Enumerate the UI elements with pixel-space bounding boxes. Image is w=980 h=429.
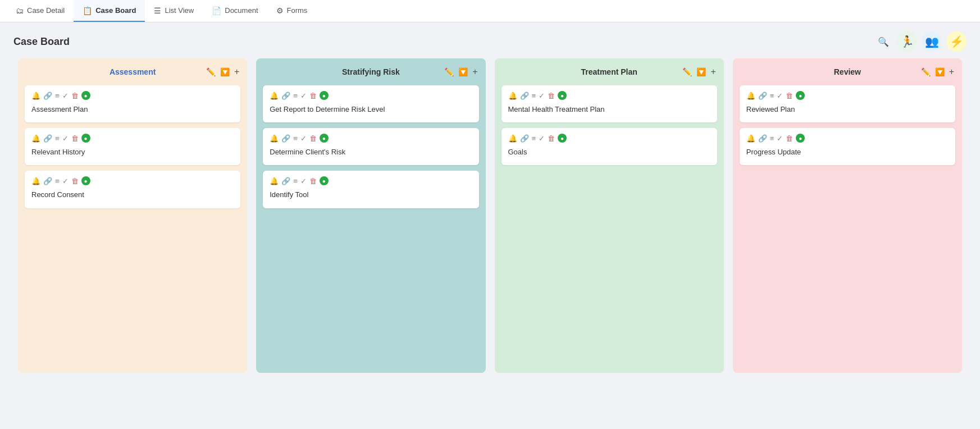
check-icon[interactable]: ✓ [777,134,783,143]
tab-case-detail[interactable]: 🗂 Case Detail [7,0,74,22]
search-icon: 🔍 [878,36,889,47]
card-icons: 🔔 🔗 ≡ ✓ 🗑 ● [746,91,949,100]
status-icon-green[interactable]: ● [81,91,90,100]
list-icon[interactable]: ≡ [293,177,298,185]
bell-icon[interactable]: 🔔 [508,92,517,100]
list-icon[interactable]: ≡ [532,92,536,100]
list-icon[interactable]: ≡ [532,134,536,143]
trash-icon[interactable]: 🗑 [786,92,793,100]
trash-icon[interactable]: 🗑 [548,92,555,100]
avatar-lightning[interactable]: ⚡ [946,31,967,52]
avatar-group[interactable]: 👥 [922,31,942,52]
list-icon[interactable]: ≡ [55,92,60,100]
link-icon[interactable]: 🔗 [43,177,52,185]
list-icon[interactable]: ≡ [770,92,774,100]
check-icon[interactable]: ✓ [539,92,545,100]
link-icon[interactable]: 🔗 [43,134,52,143]
col-header-review: Review ✏️ 🔽 + [740,67,955,76]
case-board-icon: 📋 [83,6,92,15]
card-title: Record Consent [31,190,234,200]
board-container: Assessment ✏️ 🔽 + 🔔 🔗 ≡ ✓ 🗑 ● Assessment… [0,58,980,386]
check-icon[interactable]: ✓ [62,177,69,185]
card-icons: 🔔 🔗 ≡ ✓ 🗑 ● [31,91,234,100]
status-icon-green[interactable]: ● [320,176,329,185]
avatar-runner[interactable]: 🏃 [897,31,917,52]
link-icon[interactable]: 🔗 [43,92,52,100]
card-title: Get Report to Determine Risk Level [270,104,472,115]
link-icon[interactable]: 🔗 [758,92,767,100]
tab-forms-label: Forms [287,6,308,15]
column-assessment: Assessment ✏️ 🔽 + 🔔 🔗 ≡ ✓ 🗑 ● Assessment… [18,58,247,373]
search-button[interactable]: 🔍 [874,33,892,51]
column-review: Review ✏️ 🔽 + 🔔 🔗 ≡ ✓ 🗑 ● Reviewed Plan … [733,58,962,373]
check-icon[interactable]: ✓ [777,92,783,100]
trash-icon[interactable]: 🗑 [309,177,317,185]
filter-icon-assessment[interactable]: 🔽 [219,66,231,77]
bell-icon[interactable]: 🔔 [270,92,279,100]
check-icon[interactable]: ✓ [300,92,307,100]
check-icon[interactable]: ✓ [62,134,69,143]
bell-icon[interactable]: 🔔 [746,134,755,143]
link-icon[interactable]: 🔗 [281,177,290,185]
trash-icon[interactable]: 🗑 [548,134,555,143]
link-icon[interactable]: 🔗 [281,92,290,100]
edit-icon-assessment[interactable]: ✏️ [205,66,217,77]
status-icon-green[interactable]: ● [796,91,805,100]
add-icon-assessment[interactable]: + [233,66,240,78]
tab-case-board[interactable]: 📋 Case Board [74,0,145,22]
list-icon[interactable]: ≡ [770,134,774,143]
check-icon[interactable]: ✓ [62,92,69,100]
check-icon[interactable]: ✓ [300,134,307,143]
case-detail-icon: 🗂 [16,6,24,15]
trash-icon[interactable]: 🗑 [71,92,79,100]
bell-icon[interactable]: 🔔 [270,134,279,143]
status-icon-green[interactable]: ● [558,134,567,143]
bell-icon[interactable]: 🔔 [31,177,40,185]
link-icon[interactable]: 🔗 [281,134,290,143]
col-header-stratifying: Stratifying Risk ✏️ 🔽 + [263,67,478,76]
tab-list-view[interactable]: ☰ List View [145,0,203,22]
list-icon[interactable]: ≡ [55,134,60,143]
card-title: Progress Update [746,147,949,157]
list-icon[interactable]: ≡ [293,134,298,143]
list-icon[interactable]: ≡ [293,92,298,100]
bell-icon[interactable]: 🔔 [508,134,517,143]
tab-document[interactable]: 📄 Document [203,0,267,22]
filter-icon-stratifying[interactable]: 🔽 [457,66,469,77]
bell-icon[interactable]: 🔔 [31,92,40,100]
filter-icon-treatment[interactable]: 🔽 [695,66,707,77]
add-icon-stratifying[interactable]: + [471,66,478,78]
edit-icon-treatment[interactable]: ✏️ [681,66,693,77]
trash-icon[interactable]: 🗑 [786,134,793,143]
add-icon-review[interactable]: + [948,66,955,78]
trash-icon[interactable]: 🗑 [71,177,79,185]
filter-icon-review[interactable]: 🔽 [934,66,946,77]
add-icon-treatment[interactable]: + [709,66,717,78]
status-icon-green[interactable]: ● [81,176,90,185]
trash-icon[interactable]: 🗑 [71,134,79,143]
col-header-assessment: Assessment ✏️ 🔽 + [25,67,240,76]
tab-forms[interactable]: ⚙ Forms [267,0,317,22]
edit-icon-review[interactable]: ✏️ [920,66,932,77]
list-view-icon: ☰ [154,6,161,15]
check-icon[interactable]: ✓ [539,134,545,143]
link-icon[interactable]: 🔗 [520,134,529,143]
bell-icon[interactable]: 🔔 [746,92,755,100]
status-icon-green[interactable]: ● [558,91,567,100]
link-icon[interactable]: 🔗 [520,92,529,100]
status-icon-green[interactable]: ● [320,134,329,143]
link-icon[interactable]: 🔗 [758,134,767,143]
status-icon-green[interactable]: ● [796,134,805,143]
trash-icon[interactable]: 🗑 [309,134,317,143]
card-icons: 🔔 🔗 ≡ ✓ 🗑 ● [508,134,710,143]
list-icon[interactable]: ≡ [55,177,60,185]
card-title: Determine Client's Risk [270,147,472,157]
status-icon-green[interactable]: ● [81,134,90,143]
check-icon[interactable]: ✓ [300,177,307,185]
trash-icon[interactable]: 🗑 [309,92,317,100]
card-icons: 🔔 🔗 ≡ ✓ 🗑 ● [746,134,949,143]
bell-icon[interactable]: 🔔 [31,134,40,143]
status-icon-green[interactable]: ● [320,91,329,100]
bell-icon[interactable]: 🔔 [270,177,279,185]
edit-icon-stratifying[interactable]: ✏️ [443,66,455,77]
